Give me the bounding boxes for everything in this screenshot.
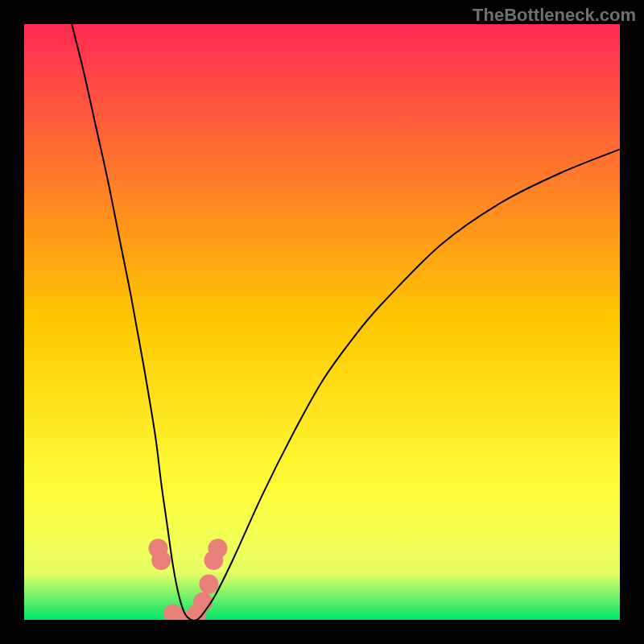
chart-svg xyxy=(24,24,620,620)
marker-dot xyxy=(208,539,228,558)
marker-dot xyxy=(199,575,218,594)
watermark-text: TheBottleneck.com xyxy=(473,5,636,26)
outer-frame: TheBottleneck.com xyxy=(0,0,644,644)
marker-dot xyxy=(193,592,213,612)
marker-dot xyxy=(151,551,171,570)
gradient-background xyxy=(24,24,620,620)
plot-area xyxy=(24,24,620,620)
